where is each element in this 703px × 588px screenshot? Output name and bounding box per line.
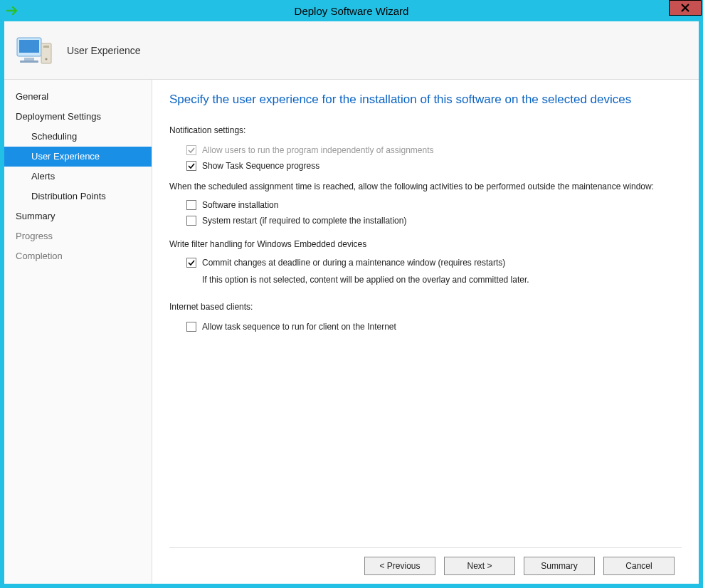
next-button[interactable]: Next > [444, 557, 515, 575]
summary-button[interactable]: Summary [524, 557, 595, 575]
check-icon [188, 259, 195, 266]
sidebar-item-user-experience[interactable]: User Experience [4, 147, 152, 167]
close-button[interactable] [669, 0, 702, 16]
button-bar: < Previous Next > Summary Cancel [169, 547, 682, 584]
content-area: Specify the user experience for the inst… [169, 91, 682, 547]
cancel-button[interactable]: Cancel [603, 557, 675, 575]
sidebar: GeneralDeployment SettingsSchedulingUser… [4, 80, 152, 584]
svg-rect-3 [20, 61, 38, 63]
maintenance-window-para: When the scheduled assignment time is re… [169, 181, 682, 193]
commit-changes-label: Commit changes at deadline or during a m… [202, 258, 505, 268]
titlebar: Deploy Software Wizard [0, 0, 703, 21]
main-heading: Specify the user experience for the inst… [169, 91, 682, 108]
system-restart-row[interactable]: System restart (if required to complete … [186, 216, 682, 226]
sidebar-item-progress: Progress [4, 226, 152, 246]
software-install-checkbox[interactable] [186, 200, 196, 210]
system-restart-label: System restart (if required to complete … [202, 216, 406, 226]
wizard-body: GeneralDeployment SettingsSchedulingUser… [4, 80, 699, 584]
page-title: User Experience [67, 45, 141, 56]
check-icon [188, 147, 195, 154]
show-progress-checkbox[interactable] [186, 161, 196, 171]
computer-icon [14, 33, 54, 68]
sidebar-item-deployment-settings[interactable]: Deployment Settings [4, 107, 152, 127]
close-icon [680, 4, 690, 12]
allow-independent-row: Allow users to run the program independe… [186, 145, 682, 155]
software-install-label: Software installation [202, 200, 278, 210]
system-restart-checkbox[interactable] [186, 216, 196, 226]
write-filter-label: Write filter handling for Windows Embedd… [169, 238, 682, 251]
internet-label: Allow task sequence to run for client on… [202, 322, 396, 332]
internet-row[interactable]: Allow task sequence to run for client on… [186, 322, 682, 332]
svg-rect-5 [43, 46, 49, 48]
commit-changes-checkbox[interactable] [186, 258, 196, 268]
sidebar-item-distribution-points[interactable]: Distribution Points [4, 187, 152, 206]
svg-rect-1 [19, 40, 39, 53]
forward-arrow-icon [6, 5, 20, 16]
allow-independent-checkbox [186, 145, 196, 155]
show-progress-row[interactable]: Show Task Sequence progress [186, 161, 682, 171]
internet-clients-label: Internet based clients: [169, 302, 682, 312]
page-header: User Experience [4, 21, 699, 80]
svg-rect-2 [24, 58, 34, 61]
internet-checkbox[interactable] [186, 322, 196, 332]
software-install-row[interactable]: Software installation [186, 200, 682, 210]
client-area: User Experience GeneralDeployment Settin… [4, 21, 699, 584]
sidebar-item-completion: Completion [4, 246, 152, 266]
notification-settings-label: Notification settings: [169, 125, 682, 135]
previous-button[interactable]: < Previous [364, 557, 435, 575]
svg-point-6 [45, 58, 47, 60]
window-title: Deploy Software Wizard [0, 5, 703, 17]
main-panel: Specify the user experience for the inst… [152, 80, 699, 584]
wizard-window: Deploy Software Wizard User Experience [0, 0, 703, 588]
commit-changes-row[interactable]: Commit changes at deadline or during a m… [186, 258, 682, 268]
show-progress-label: Show Task Sequence progress [202, 161, 319, 171]
sidebar-item-general[interactable]: General [4, 87, 152, 107]
allow-independent-label: Allow users to run the program independe… [202, 145, 434, 155]
commit-note: If this option is not selected, content … [202, 275, 682, 285]
check-icon [188, 162, 195, 169]
sidebar-item-scheduling[interactable]: Scheduling [4, 127, 152, 147]
sidebar-item-summary[interactable]: Summary [4, 206, 152, 226]
sidebar-item-alerts[interactable]: Alerts [4, 167, 152, 187]
